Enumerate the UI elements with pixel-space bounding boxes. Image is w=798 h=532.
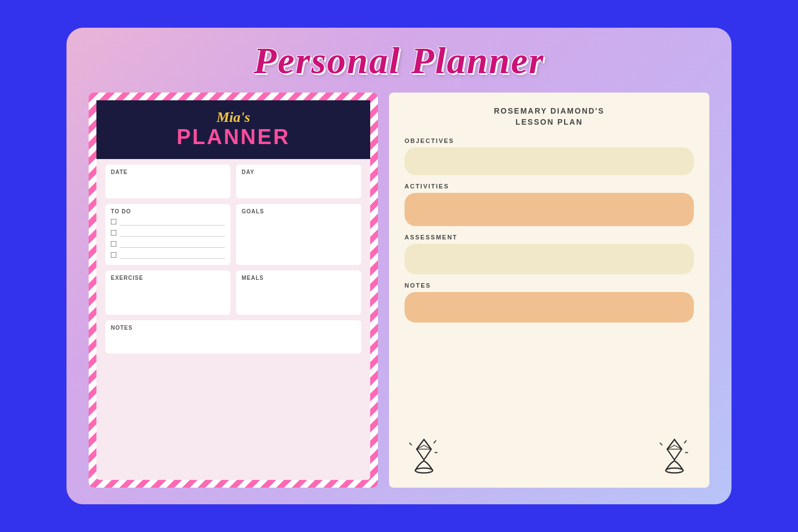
todo-item-3 (111, 239, 225, 249)
activities-section: ACTIVITIES (405, 183, 694, 226)
diamond-right-icon (655, 436, 694, 474)
goals-field: GOALS (236, 204, 361, 265)
planners-row: Mia's PLANNER DATE DAY (89, 93, 709, 488)
svg-point-0 (415, 468, 433, 473)
mia-notes-label: NOTES (111, 325, 356, 331)
objectives-section: OBJECTIVES (405, 137, 694, 175)
day-label: DAY (242, 169, 356, 175)
svg-point-7 (666, 468, 683, 473)
date-field: DATE (105, 165, 231, 198)
outer-container: Personal Planner Mia's PLANNER (66, 28, 732, 504)
diamond-decorations (405, 431, 694, 474)
todo-field: TO DO (105, 204, 231, 265)
mia-planner-text: PLANNER (108, 126, 359, 149)
mia-planner: Mia's PLANNER DATE DAY (96, 100, 370, 480)
diamond-left-icon (405, 436, 443, 474)
activities-field (405, 193, 694, 226)
svg-marker-9 (667, 439, 682, 449)
mia-planner-wrapper: Mia's PLANNER DATE DAY (89, 93, 378, 488)
goals-label: GOALS (242, 208, 356, 214)
todo-line-1 (120, 218, 225, 226)
svg-line-11 (660, 443, 662, 445)
assessment-section: ASSESSMENT (405, 234, 694, 274)
activities-label: ACTIVITIES (405, 183, 694, 190)
lesson-notes-field (405, 292, 694, 323)
lesson-title-line1: ROSEMARY DIAMOND'S (494, 106, 605, 115)
date-content (111, 177, 225, 194)
mia-header: Mia's PLANNER (96, 100, 370, 159)
date-day-row: DATE DAY (105, 165, 361, 198)
meals-label: MEALS (242, 275, 356, 281)
svg-line-4 (410, 443, 412, 445)
mia-name: Mia's (108, 109, 359, 126)
stripe-border-outer: Mia's PLANNER DATE DAY (89, 93, 378, 488)
exercise-field: EXERCISE (105, 270, 231, 315)
svg-marker-2 (417, 439, 431, 449)
lesson-title-line2: LESSON PLAN (515, 117, 583, 126)
todo-item-4 (111, 250, 225, 260)
assessment-field (405, 244, 694, 274)
lesson-planner: ROSEMARY DIAMOND'S LESSON PLAN OBJECTIVE… (389, 93, 709, 488)
todo-line-4 (120, 251, 225, 259)
mia-content: DATE DAY TO DO (96, 159, 370, 480)
todo-line-2 (120, 229, 225, 237)
assessment-label: ASSESSMENT (405, 234, 694, 241)
page-title: Personal Planner (253, 39, 544, 83)
todo-line-3 (120, 240, 225, 248)
lesson-notes-label: NOTES (405, 282, 694, 289)
objectives-field (405, 147, 694, 175)
todo-section (111, 217, 225, 260)
lesson-title: ROSEMARY DIAMOND'S LESSON PLAN (405, 106, 694, 127)
date-label: DATE (111, 169, 225, 175)
svg-marker-8 (667, 439, 682, 460)
meals-field: MEALS (236, 270, 361, 315)
checkbox-1[interactable] (111, 219, 116, 224)
svg-marker-1 (417, 439, 431, 460)
day-content (242, 177, 356, 194)
lesson-notes-section: NOTES (405, 282, 694, 323)
day-field: DAY (236, 165, 361, 198)
svg-line-5 (434, 441, 436, 443)
todo-item-1 (111, 217, 225, 227)
exercise-label: EXERCISE (111, 275, 225, 281)
todo-goals-row: TO DO (105, 204, 361, 265)
todo-label: TO DO (111, 208, 225, 214)
exercise-meals-row: EXERCISE MEALS (105, 270, 361, 315)
svg-line-12 (684, 441, 687, 443)
checkbox-3[interactable] (111, 241, 116, 247)
objectives-label: OBJECTIVES (405, 137, 694, 144)
todo-item-2 (111, 228, 225, 238)
mia-notes-field: NOTES (105, 320, 361, 354)
checkbox-4[interactable] (111, 252, 116, 258)
checkbox-2[interactable] (111, 230, 116, 236)
